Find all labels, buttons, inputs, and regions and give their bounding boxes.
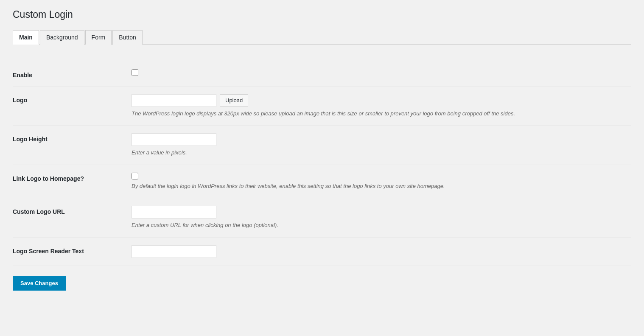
logo-height-content: Enter a value in pixels. <box>132 133 631 157</box>
custom-logo-url-label: Custom Logo URL <box>13 206 132 215</box>
link-logo-description: By default the login logo in WordPress l… <box>132 182 631 190</box>
field-row-custom-logo-url: Custom Logo URL Enter a custom URL for w… <box>13 198 631 238</box>
link-logo-content: By default the login logo in WordPress l… <box>132 173 631 190</box>
tab-background[interactable]: Background <box>40 30 84 45</box>
tab-form[interactable]: Form <box>85 30 112 45</box>
field-row-logo-height: Logo Height Enter a value in pixels. <box>13 126 631 165</box>
logo-height-input[interactable] <box>132 133 216 146</box>
logo-content: Upload The WordPress login logo displays… <box>132 94 631 118</box>
logo-height-label: Logo Height <box>13 133 132 143</box>
custom-logo-url-input[interactable] <box>132 206 216 218</box>
link-logo-checkbox[interactable] <box>132 173 138 179</box>
logo-height-description: Enter a value in pixels. <box>132 148 631 157</box>
tab-content-main: Enable Logo Upload The WordPress login l… <box>13 57 631 295</box>
logo-input-row: Upload <box>132 94 631 107</box>
field-row-enable: Enable <box>13 62 631 87</box>
custom-logo-url-content: Enter a custom URL for when clicking on … <box>132 206 631 230</box>
field-row-link-logo: Link Logo to Homepage? By default the lo… <box>13 165 631 199</box>
logo-screen-reader-content <box>132 245 631 258</box>
save-changes-button[interactable]: Save Changes <box>13 276 66 291</box>
logo-screen-reader-label: Logo Screen Reader Text <box>13 245 132 255</box>
enable-checkbox[interactable] <box>132 69 138 76</box>
page-title: Custom Login <box>13 8 631 21</box>
tabs-nav: Main Background Form Button <box>13 30 631 45</box>
enable-content <box>132 69 631 76</box>
tab-button[interactable]: Button <box>112 30 142 45</box>
field-row-logo-screen-reader: Logo Screen Reader Text <box>13 238 631 266</box>
tab-main[interactable]: Main <box>13 30 39 45</box>
logo-upload-button[interactable]: Upload <box>220 94 248 107</box>
link-logo-label: Link Logo to Homepage? <box>13 173 132 182</box>
enable-label: Enable <box>13 69 132 78</box>
logo-label: Logo <box>13 94 132 104</box>
logo-input[interactable] <box>132 94 216 107</box>
logo-description: The WordPress login logo displays at 320… <box>132 109 631 118</box>
field-row-logo: Logo Upload The WordPress login logo dis… <box>13 87 631 126</box>
custom-logo-url-description: Enter a custom URL for when clicking on … <box>132 221 631 230</box>
logo-screen-reader-input[interactable] <box>132 245 216 258</box>
settings-section: Enable Logo Upload The WordPress login l… <box>13 62 631 266</box>
